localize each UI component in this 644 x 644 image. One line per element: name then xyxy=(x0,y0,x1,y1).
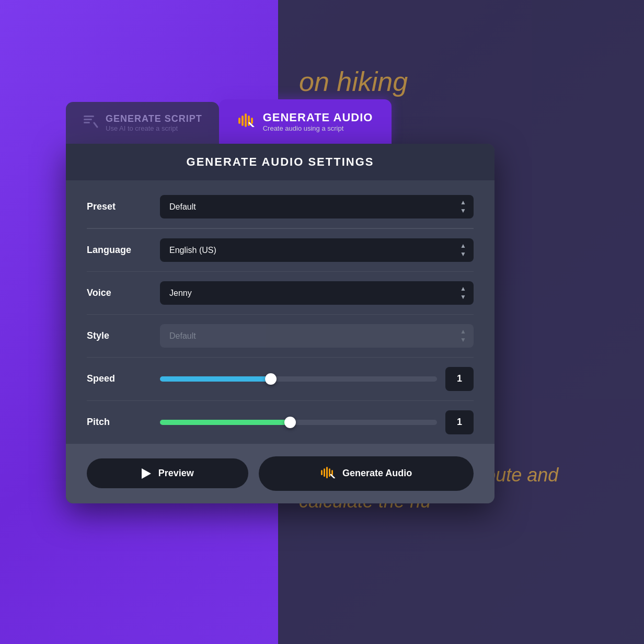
svg-rect-2 xyxy=(84,122,90,123)
voice-select[interactable]: Jenny Guy Aria Davis xyxy=(160,281,474,305)
voice-row: Voice Jenny Guy Aria Davis ▲ ▼ xyxy=(87,272,474,315)
svg-rect-5 xyxy=(242,116,244,126)
svg-line-15 xyxy=(331,475,335,478)
preset-select[interactable]: Default Custom Podcast Narrator xyxy=(160,195,474,218)
preset-label: Preset xyxy=(87,201,150,212)
tab-audio-title: GENERATE AUDIO xyxy=(263,111,373,124)
settings-title-bar: GENERATE AUDIO SETTINGS xyxy=(66,144,494,180)
modal-body: GENERATE AUDIO SETTINGS Preset Default C… xyxy=(66,144,494,503)
svg-rect-14 xyxy=(331,470,333,475)
language-select-wrapper: English (US) English (UK) Spanish French… xyxy=(160,238,474,262)
svg-rect-12 xyxy=(326,467,328,478)
tab-script-text: GENERATE SCRIPT Use AI to create a scrip… xyxy=(106,113,202,132)
play-icon xyxy=(142,468,151,479)
speed-value-box: 1 xyxy=(445,367,474,391)
generate-audio-label: Generate Audio xyxy=(342,468,412,479)
bg-text-1: on hiking xyxy=(299,63,623,101)
voice-select-wrapper: Jenny Guy Aria Davis ▲ ▼ xyxy=(160,281,474,305)
svg-rect-11 xyxy=(324,468,325,477)
pitch-row: Pitch 1 xyxy=(87,401,474,444)
speed-slider-track[interactable] xyxy=(160,376,437,382)
settings-title: GENERATE AUDIO SETTINGS xyxy=(187,155,374,168)
generate-audio-button[interactable]: Generate Audio xyxy=(259,456,474,491)
modal-wrapper: GENERATE SCRIPT Use AI to create a scrip… xyxy=(66,99,494,503)
tab-script-title: GENERATE SCRIPT xyxy=(106,113,202,124)
pitch-slider-thumb[interactable] xyxy=(284,417,296,428)
svg-rect-0 xyxy=(84,116,94,117)
speed-label: Speed xyxy=(87,373,150,384)
pitch-slider-track[interactable] xyxy=(160,420,437,425)
style-select-wrapper: Default ▲ ▼ xyxy=(160,324,474,348)
style-row: Style Default ▲ ▼ xyxy=(87,315,474,358)
speed-slider-thumb[interactable] xyxy=(265,373,277,385)
speed-row: Speed 1 xyxy=(87,358,474,401)
voice-label: Voice xyxy=(87,288,150,298)
svg-rect-7 xyxy=(248,116,250,126)
pitch-label: Pitch xyxy=(87,417,150,428)
tab-audio-sub: Create audio using a script xyxy=(263,124,373,132)
pitch-slider-container: 1 xyxy=(160,410,474,434)
preview-button[interactable]: Preview xyxy=(87,458,248,488)
svg-rect-1 xyxy=(84,119,92,120)
svg-rect-13 xyxy=(329,468,330,477)
svg-line-3 xyxy=(94,123,97,127)
tab-audio[interactable]: GENERATE AUDIO Create audio using a scri… xyxy=(219,99,392,144)
tab-script[interactable]: GENERATE SCRIPT Use AI to create a scrip… xyxy=(66,102,219,144)
svg-rect-10 xyxy=(321,470,323,475)
style-label: Style xyxy=(87,330,150,341)
svg-rect-6 xyxy=(245,113,247,127)
style-select[interactable]: Default xyxy=(160,324,474,348)
speed-slider-container: 1 xyxy=(160,367,474,391)
tab-header: GENERATE SCRIPT Use AI to create a scrip… xyxy=(66,99,392,144)
generate-audio-icon xyxy=(320,466,335,481)
preset-row: Preset Default Custom Podcast Narrator ▲… xyxy=(87,186,474,228)
svg-rect-4 xyxy=(238,118,240,124)
tab-script-sub: Use AI to create a script xyxy=(106,124,202,132)
settings-content: Preset Default Custom Podcast Narrator ▲… xyxy=(66,180,494,444)
svg-rect-8 xyxy=(251,118,253,124)
language-row: Language English (US) English (UK) Spani… xyxy=(87,229,474,272)
preview-label: Preview xyxy=(158,468,194,479)
tab-audio-text: GENERATE AUDIO Create audio using a scri… xyxy=(263,111,373,132)
audio-wave-tab-icon xyxy=(238,112,256,131)
modal-footer: Preview Generate Audio xyxy=(66,444,494,503)
language-select[interactable]: English (US) English (UK) Spanish French xyxy=(160,238,474,262)
preset-select-wrapper: Default Custom Podcast Narrator ▲ ▼ xyxy=(160,195,474,218)
pitch-value-box: 1 xyxy=(445,410,474,434)
script-icon xyxy=(83,113,98,132)
language-label: Language xyxy=(87,245,150,256)
